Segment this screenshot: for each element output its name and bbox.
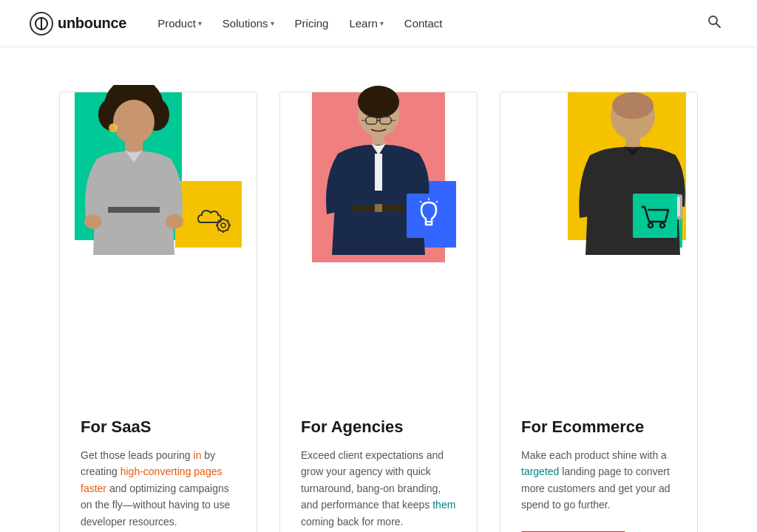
svg-line-3 (716, 24, 720, 27)
logo-icon (30, 12, 53, 35)
svg-line-23 (227, 220, 228, 222)
svg-point-9 (109, 123, 118, 132)
card-saas: For SaaS Get those leads pouring in by c… (59, 92, 257, 532)
highlight-targeted: targeted (521, 466, 559, 477)
svg-point-2 (709, 16, 717, 24)
nav-item-pricing[interactable]: Pricing (286, 11, 338, 35)
card-agencies-image-area (280, 92, 477, 255)
logo-text: unbounce (58, 15, 126, 32)
search-icon[interactable] (701, 8, 727, 38)
card-agencies: For Agencies Exceed client expectations … (279, 92, 478, 532)
svg-rect-32 (373, 134, 384, 145)
saas-cloud-gear-icon (189, 190, 240, 242)
card-ecommerce: For Ecommerce Make each product shine wi… (500, 92, 698, 532)
nav-item-learn[interactable]: Learn ▾ (340, 11, 392, 35)
nav-links: Product ▾ Solutions ▾ Pricing Learn ▾ Co… (149, 11, 701, 35)
card-agencies-body: For Agencies Exceed client expectations … (301, 255, 456, 532)
card-agencies-description: Exceed client expectations and grow your… (301, 447, 456, 530)
svg-point-44 (612, 92, 654, 119)
nav-item-contact[interactable]: Contact (396, 11, 452, 35)
ecommerce-cart-icon (629, 190, 681, 242)
card-ecommerce-body: For Ecommerce Make each product shine wi… (521, 255, 676, 532)
card-ecommerce-image-area (500, 92, 697, 255)
svg-line-24 (218, 229, 220, 231)
svg-rect-13 (108, 207, 160, 213)
card-saas-title: For SaaS (81, 417, 236, 437)
card-ecommerce-title: For Ecommerce (521, 417, 676, 437)
svg-rect-45 (625, 137, 640, 148)
card-ecommerce-description: Make each product shine with a targeted … (521, 447, 676, 514)
svg-rect-35 (375, 204, 382, 212)
svg-point-26 (358, 86, 399, 118)
chevron-down-icon: ▾ (271, 19, 274, 27)
chevron-down-icon: ▾ (380, 19, 384, 27)
navbar: unbounce Product ▾ Solutions ▾ Pricing L… (0, 0, 757, 47)
card-saas-body: For SaaS Get those leads pouring in by c… (81, 255, 236, 532)
agencies-lightbulb-icon (403, 190, 455, 242)
saas-person (67, 85, 200, 255)
svg-point-8 (113, 100, 155, 144)
card-agencies-title: For Agencies (301, 417, 456, 437)
chevron-down-icon: ▾ (198, 19, 202, 27)
svg-point-12 (166, 214, 183, 229)
card-saas-description: Get those leads pouring in by creating h… (81, 447, 236, 530)
highlight-highconverting: high-converting pages faster (81, 466, 222, 494)
svg-rect-33 (375, 154, 382, 191)
svg-line-21 (218, 220, 220, 222)
svg-line-22 (227, 229, 228, 231)
svg-rect-50 (633, 194, 677, 238)
card-saas-image-area (60, 92, 257, 255)
logo-link[interactable]: unbounce (30, 12, 126, 35)
main-content: For SaaS Get those leads pouring in by c… (0, 47, 757, 532)
nav-item-solutions[interactable]: Solutions ▾ (214, 11, 283, 35)
nav-item-product[interactable]: Product ▾ (149, 11, 211, 35)
highlight-in: in (194, 449, 202, 461)
highlight-them: them (432, 499, 455, 511)
svg-point-11 (84, 214, 102, 229)
cards-grid: For SaaS Get those leads pouring in by c… (59, 92, 698, 532)
